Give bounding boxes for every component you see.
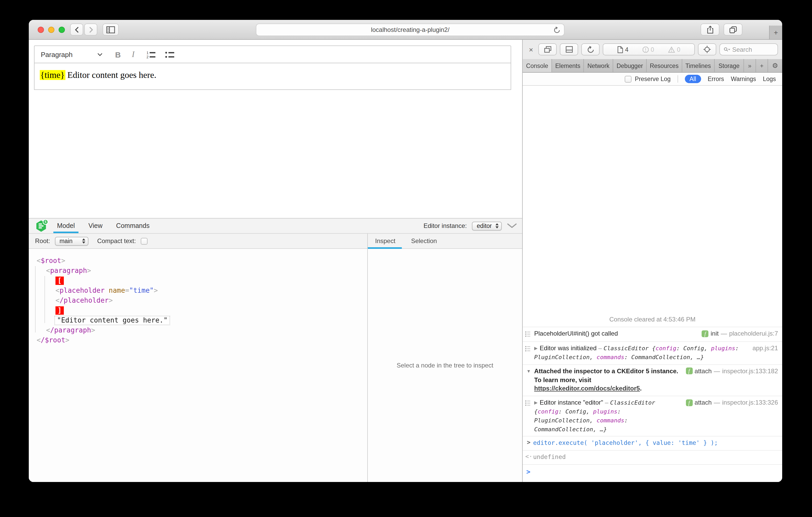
ckeditor-content[interactable]: {time} Editor content goes here. — [34, 63, 511, 90]
console-result-row[interactable]: <· undefined — [523, 450, 782, 464]
chevron-down-icon — [97, 53, 103, 56]
zoom-window-button[interactable] — [59, 27, 65, 33]
select-arrows-icon — [82, 238, 85, 244]
show-tabs-button[interactable] — [724, 24, 743, 35]
tab-model[interactable]: Model — [57, 218, 75, 233]
tree-node-root-close[interactable]: </$root> — [29, 335, 367, 345]
console-command: editor.execute( 'placeholder', { value: … — [533, 439, 718, 447]
log-location[interactable]: app.js:21 — [753, 344, 778, 352]
collapse-triangle-icon[interactable]: ▼ — [525, 368, 532, 374]
error-octagon-icon — [642, 46, 649, 53]
tree-node-root-open[interactable]: <$root> — [29, 255, 367, 266]
forward-button[interactable] — [84, 24, 97, 35]
tab-timelines[interactable]: Timelines — [682, 59, 715, 72]
italic-button[interactable]: I — [132, 50, 135, 59]
tab-storage[interactable]: Storage — [715, 59, 744, 72]
numbered-list-button[interactable]: 1 2 — [146, 51, 157, 58]
heading-dropdown[interactable]: Paragraph — [41, 51, 103, 58]
console-prompt[interactable]: > — [523, 464, 782, 482]
tree-node-paragraph-close[interactable]: </paragraph> — [29, 325, 367, 335]
log-location[interactable]: f init — placeholderui.js:7 — [702, 329, 778, 337]
element-picker-button[interactable] — [698, 43, 716, 55]
tab-console[interactable]: Console — [523, 59, 552, 72]
detach-devtools-button[interactable] — [539, 43, 557, 55]
collapse-chevron-icon[interactable] — [507, 223, 517, 229]
console-log-row[interactable]: ▼ Attached the inspector to a CKEditor 5… — [523, 364, 782, 396]
crosshair-icon — [703, 45, 711, 53]
tree-node-text[interactable]: "Editor content goes here." — [29, 315, 367, 325]
log-list-icon — [525, 400, 532, 408]
tree-node-placeholder-close[interactable]: </placeholder> — [29, 295, 367, 305]
model-tree[interactable]: <$root> <paragraph> [ <placeholder name=… — [29, 249, 368, 482]
search-icon — [724, 46, 731, 53]
minimize-window-button[interactable] — [48, 27, 54, 33]
logo-badge: 5 — [45, 220, 47, 223]
selection-end-marker: ] — [29, 305, 367, 315]
tab-inspect[interactable]: Inspect — [375, 234, 395, 249]
devtools-tab-bar: Console Elements Network Debugger Resour… — [523, 59, 782, 73]
tab-network[interactable]: Network — [584, 59, 613, 72]
ckeditor: Paragraph B I 1 2 — [34, 45, 511, 90]
indent-guide — [45, 276, 45, 323]
tab-elements[interactable]: Elements — [552, 59, 584, 72]
browser-titlebar: localhost/creating-a-plugin2/ — [29, 20, 782, 40]
expand-triangle-icon[interactable]: ▶ — [534, 400, 538, 405]
console-input-row[interactable]: > editor.execute( 'placeholder', { value… — [523, 436, 782, 450]
document-icon — [617, 46, 623, 53]
filter-warnings[interactable]: Warnings — [731, 76, 756, 82]
preserve-log-toggle[interactable]: Preserve Log — [625, 75, 671, 82]
warning-count: 0 — [668, 46, 680, 53]
resource-count: 4 — [617, 46, 628, 53]
log-location[interactable]: f attach — inspector.js:133:182 — [686, 367, 778, 375]
url-bar[interactable]: localhost/creating-a-plugin2/ — [256, 24, 564, 36]
devtools-search-field[interactable] — [719, 43, 778, 55]
filter-all[interactable]: All — [685, 75, 701, 83]
tab-overflow-button[interactable]: » — [744, 59, 756, 72]
search-input[interactable] — [732, 46, 778, 53]
tab-view[interactable]: View — [88, 218, 103, 233]
tree-node-paragraph-open[interactable]: <paragraph> — [29, 266, 367, 275]
compact-text-checkbox[interactable] — [141, 238, 147, 244]
expand-triangle-icon[interactable]: ▶ — [534, 345, 538, 351]
bold-button[interactable]: B — [115, 50, 121, 59]
ckeditor-docs-link[interactable]: https://ckeditor.com/docs/ckeditor5 — [534, 385, 640, 392]
log-location[interactable]: f attach — inspector.js:133:326 — [686, 398, 778, 406]
log-message: Editor was initialized — [540, 344, 597, 352]
console-log-row[interactable]: PlaceholderUI#init() got called f init —… — [523, 327, 782, 341]
sidebar-toggle-button[interactable] — [103, 24, 119, 35]
log-list-icon — [525, 331, 532, 339]
resource-summary-button[interactable]: 4 0 — [603, 43, 695, 55]
log-message: PlaceholderUI#init() got called — [534, 330, 618, 337]
share-button[interactable] — [701, 24, 719, 35]
back-button[interactable] — [70, 24, 83, 35]
function-badge-icon: f — [686, 368, 692, 374]
root-select[interactable]: main — [55, 237, 88, 245]
editor-instance-label: Editor instance: — [424, 222, 467, 230]
reload-page-button[interactable] — [581, 43, 600, 55]
dock-devtools-button[interactable] — [560, 43, 578, 55]
reload-button[interactable] — [554, 27, 560, 35]
reload-icon — [554, 27, 560, 33]
tab-selection[interactable]: Selection — [411, 234, 437, 249]
editor-instance-select[interactable]: editor — [472, 221, 502, 230]
preserve-log-checkbox[interactable] — [625, 75, 632, 82]
filter-errors[interactable]: Errors — [707, 76, 724, 82]
tab-resources[interactable]: Resources — [647, 59, 682, 72]
add-tab-button[interactable]: + — [756, 59, 768, 72]
filter-logs[interactable]: Logs — [763, 76, 776, 82]
close-window-button[interactable] — [38, 27, 44, 33]
tab-commands[interactable]: Commands — [116, 218, 150, 233]
settings-gear-icon[interactable]: ⚙ — [768, 59, 782, 72]
placeholder-widget[interactable]: {time} — [40, 70, 65, 80]
detach-icon — [544, 46, 551, 53]
console-log-row[interactable]: ▶Editor was initialized – ClassicEditor … — [523, 341, 782, 364]
inspector-header: 5 Model View Commands Editor instance: e… — [29, 218, 522, 234]
browser-window: localhost/creating-a-plugin2/ — [29, 20, 782, 482]
tree-node-placeholder-open[interactable]: <placeholder name="time"> — [29, 285, 367, 295]
new-tab-button[interactable]: + — [769, 26, 782, 39]
close-devtools-button[interactable]: × — [527, 45, 535, 54]
log-message: Editor instance "editor" — [540, 399, 603, 406]
console-log-row[interactable]: ▶Editor instance "editor" – ClassicEdito… — [523, 396, 782, 436]
bulleted-list-button[interactable] — [165, 51, 175, 58]
tab-debugger[interactable]: Debugger — [613, 59, 647, 72]
